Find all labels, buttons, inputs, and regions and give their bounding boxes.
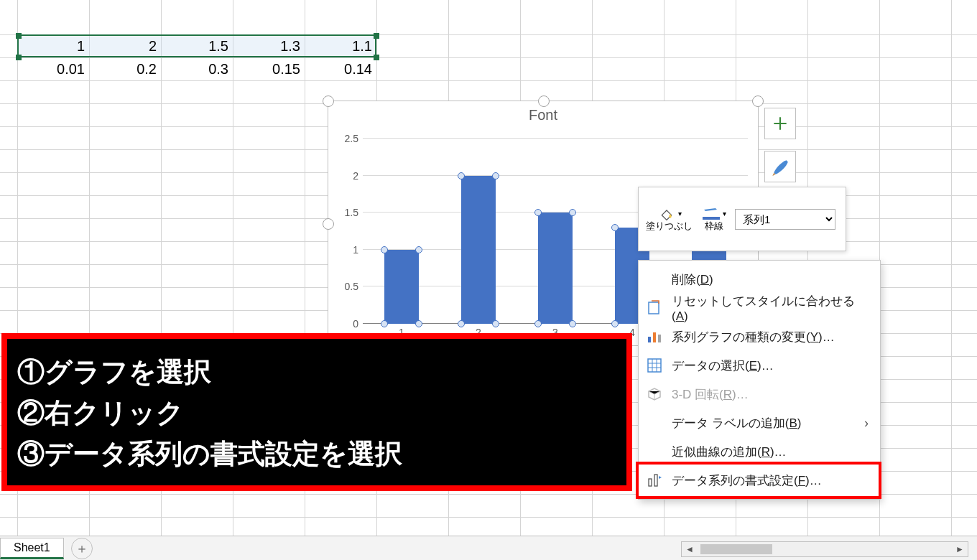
cell-r2c5[interactable]: 0.14	[305, 57, 376, 80]
cell-r2c1[interactable]: 0.01	[17, 57, 89, 80]
cell-r1c4[interactable]: 1.3	[233, 34, 305, 57]
y-tick: 2.5	[334, 133, 363, 144]
fill-button[interactable]: ▾ 塗りつぶし	[646, 207, 693, 231]
cell-r1c3[interactable]: 1.5	[161, 34, 233, 57]
menu-item-3d-rotation: 3-D 回転(R)…	[639, 380, 880, 409]
svg-rect-7	[654, 475, 657, 486]
instruction-line-3: ③データ系列の書式設定を選択	[17, 434, 616, 475]
menu-item-reset-style[interactable]: リセットしてスタイルに合わせる(A)	[639, 294, 880, 322]
instruction-overlay: ①グラフを選択 ②右クリック ③データ系列の書式設定を選択	[1, 333, 632, 491]
cell-r1c1[interactable]: 1	[17, 34, 89, 57]
y-tick: 2	[334, 170, 363, 182]
svg-rect-4	[658, 335, 661, 342]
fill-label: 塗りつぶし	[646, 221, 693, 231]
y-tick: 1.5	[334, 207, 363, 218]
series-select[interactable]: 系列1	[735, 209, 835, 230]
sheet-tab-sheet1[interactable]: Sheet1	[0, 538, 64, 559]
svg-rect-0	[703, 217, 720, 220]
chart-bar-2[interactable]	[461, 176, 496, 324]
instruction-line-2: ②右クリック	[17, 393, 616, 434]
outline-label: 枠線	[705, 221, 723, 231]
chevron-down-icon: ▾	[678, 210, 682, 218]
cell-r2c3[interactable]: 0.3	[161, 57, 233, 80]
menu-item-format-data-series[interactable]: データ系列の書式設定(F)…	[639, 466, 880, 495]
y-tick: 0.5	[334, 281, 363, 292]
reset-style-icon	[646, 299, 663, 317]
horizontal-scrollbar[interactable]: ◄ ►	[681, 541, 968, 557]
menu-item-change-chart-type[interactable]: 系列グラフの種類の変更(Y)…	[639, 322, 880, 351]
svg-rect-6	[649, 479, 652, 486]
chart-type-icon	[646, 328, 663, 345]
cell-r1c5[interactable]: 1.1	[305, 34, 376, 57]
context-menu: 削除(D) リセットしてスタイルに合わせる(A) 系列グラフの種類の変更(Y)……	[638, 260, 881, 500]
chevron-right-icon: ›	[864, 416, 869, 431]
pencil-outline-icon	[701, 207, 721, 221]
cell-r2c4[interactable]: 0.15	[233, 57, 305, 80]
y-tick: 1	[334, 244, 363, 256]
mini-toolbar: ▾ 塗りつぶし ▾ 枠線 系列1	[638, 187, 846, 251]
scroll-right-icon[interactable]: ►	[952, 544, 968, 554]
instruction-line-1: ①グラフを選択	[17, 352, 616, 393]
format-series-icon	[646, 472, 663, 489]
plus-icon	[771, 114, 790, 133]
y-tick: 0	[334, 318, 363, 330]
cell-r2c2[interactable]: 0.2	[89, 57, 161, 80]
menu-item-delete[interactable]: 削除(D)	[639, 265, 880, 294]
cube-3d-icon	[646, 386, 663, 403]
svg-rect-1	[649, 302, 659, 314]
chart-bar-3[interactable]	[538, 213, 573, 324]
svg-rect-2	[648, 337, 651, 342]
menu-item-select-data[interactable]: データの選択(E)…	[639, 351, 880, 380]
paintbrush-icon	[771, 157, 790, 176]
cell-r1c2[interactable]: 2	[89, 34, 161, 57]
outline-button[interactable]: ▾ 枠線	[701, 207, 726, 231]
svg-rect-5	[648, 359, 661, 372]
scrollbar-thumb[interactable]	[700, 544, 772, 554]
svg-rect-3	[653, 332, 656, 342]
chevron-down-icon: ▾	[723, 210, 726, 218]
select-data-icon	[646, 357, 663, 374]
menu-item-add-data-labels[interactable]: データ ラベルの追加(B) ›	[639, 409, 880, 437]
menu-item-add-trendline[interactable]: 近似曲線の追加(R)…	[639, 437, 880, 466]
scroll-left-icon[interactable]: ◄	[682, 544, 698, 554]
chart-elements-button[interactable]	[764, 108, 796, 139]
add-sheet-button[interactable]: ＋	[71, 538, 93, 559]
chart-styles-button[interactable]	[764, 151, 796, 182]
chart-bar-1[interactable]	[384, 250, 419, 324]
paint-bucket-icon	[657, 207, 677, 221]
